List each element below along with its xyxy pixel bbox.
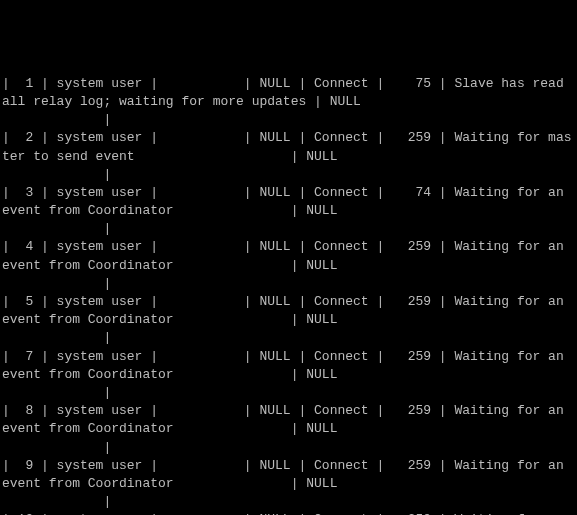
terminal-output: | 1 | system user | | NULL | Connect | 7… [2, 75, 575, 515]
